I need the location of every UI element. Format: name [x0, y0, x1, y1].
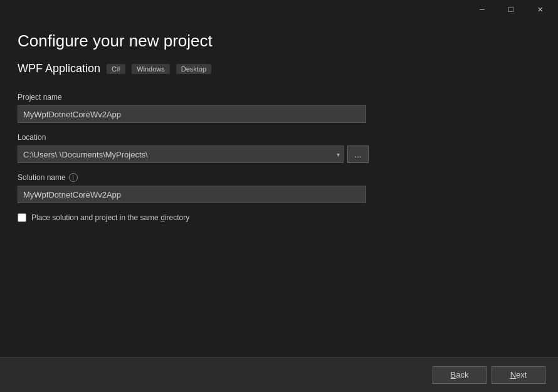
location-section: Location C:\Users\ \Documents\MyProjects…: [18, 133, 540, 163]
solution-name-section: Solution name i: [18, 173, 540, 203]
project-name-label: Project name: [18, 93, 540, 102]
tag-csharp: C#: [107, 64, 125, 74]
maximize-button[interactable]: ☐: [497, 0, 525, 19]
back-button[interactable]: Back: [433, 366, 487, 384]
same-directory-checkbox[interactable]: [18, 213, 26, 222]
location-row: C:\Users\ \Documents\MyProjects\ ...: [18, 146, 540, 163]
project-type-label: WPF Application: [18, 62, 100, 75]
solution-name-input[interactable]: [18, 186, 366, 203]
location-label: Location: [18, 133, 540, 142]
same-directory-row: Place solution and project in the same d…: [18, 213, 540, 222]
tag-windows: Windows: [132, 64, 170, 74]
page-title: Configure your new project: [18, 31, 540, 51]
close-button[interactable]: ✕: [525, 0, 554, 19]
title-bar: ─ ☐ ✕: [0, 0, 558, 19]
footer: Back Next: [0, 357, 558, 392]
project-type-row: WPF Application C# Windows Desktop: [18, 62, 540, 75]
next-button[interactable]: Next: [492, 366, 545, 384]
main-content: Configure your new project WPF Applicati…: [0, 19, 558, 222]
tag-desktop: Desktop: [176, 64, 211, 74]
browse-button[interactable]: ...: [347, 146, 369, 163]
solution-name-label: Solution name i: [18, 173, 540, 182]
project-name-section: Project name: [18, 93, 540, 123]
location-select-wrapper: C:\Users\ \Documents\MyProjects\: [18, 146, 344, 163]
location-select[interactable]: C:\Users\ \Documents\MyProjects\: [18, 146, 344, 163]
project-name-input[interactable]: [18, 105, 366, 123]
solution-name-info-icon[interactable]: i: [69, 173, 78, 182]
same-directory-label: Place solution and project in the same d…: [31, 213, 189, 222]
minimize-button[interactable]: ─: [468, 0, 497, 19]
